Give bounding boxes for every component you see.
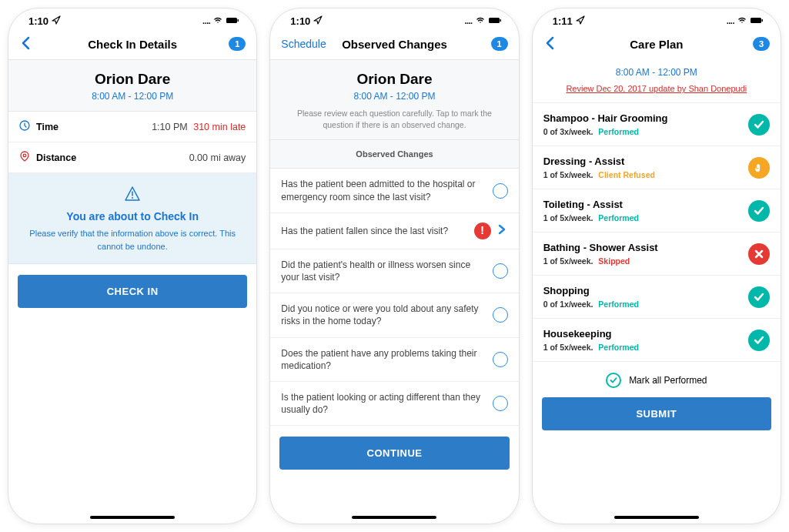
back-button[interactable] — [19, 33, 65, 55]
time-row: Time 1:10 PM 310 min late — [8, 112, 256, 142]
check-in-button[interactable]: CHECK IN — [18, 275, 247, 308]
status-bar: 1:10 .... — [8, 8, 256, 28]
question-row[interactable]: Has the patient fallen since the last vi… — [270, 213, 518, 249]
client-name: Orion Dare — [16, 71, 249, 88]
question-text: Did you notice or were you told about an… — [281, 303, 492, 327]
status-indicators: .... — [727, 16, 764, 26]
status-indicators: .... — [464, 16, 501, 26]
chevron-right-icon — [496, 223, 508, 239]
section-header: Observed Changes — [270, 140, 518, 169]
care-subtitle: 1 of 5x/week. Performed — [543, 343, 748, 352]
distance-label: Distance — [36, 152, 76, 163]
check-icon[interactable] — [748, 286, 770, 308]
care-item[interactable]: Dressing - Assist1 of 5x/week. Client Re… — [533, 146, 781, 189]
check-icon[interactable] — [748, 114, 770, 136]
signal-dots: .... — [464, 16, 472, 25]
time-label: Time — [36, 122, 59, 132]
location-arrow-icon — [313, 15, 323, 27]
care-title: Bathing - Shower Assist — [543, 242, 748, 253]
notification-badge[interactable]: 1 — [229, 37, 246, 51]
pin-icon — [19, 151, 30, 164]
x-icon[interactable] — [748, 243, 770, 265]
care-title: Toileting - Assist — [543, 199, 748, 210]
care-subtitle: 1 of 5x/week. Skipped — [543, 256, 748, 266]
empty-circle-icon[interactable] — [493, 352, 508, 367]
wifi-icon — [213, 16, 222, 25]
question-row[interactable]: Does the patient have any problems takin… — [270, 338, 518, 382]
care-subtitle: 0 of 1x/week. Performed — [543, 299, 748, 309]
wifi-icon — [476, 16, 485, 25]
home-indicator[interactable] — [614, 516, 699, 519]
time-late: 310 min late — [193, 122, 246, 132]
empty-circle-icon[interactable] — [493, 183, 508, 199]
status-indicators: .... — [202, 16, 239, 26]
page-title: Observed Changes — [342, 38, 447, 51]
care-subtitle: 1 of 5x/week. Performed — [543, 213, 748, 223]
empty-circle-icon[interactable] — [493, 307, 508, 323]
care-items-list: Shampoo - Hair Grooming0 of 3x/week. Per… — [533, 103, 781, 362]
nav-bar: Schedule Observed Changes 1 — [270, 28, 518, 59]
mark-all-label: Mark all Performed — [629, 375, 707, 386]
question-row[interactable]: Has the patient been admitted to the hos… — [270, 169, 518, 212]
check-icon[interactable] — [748, 200, 770, 222]
location-arrow-icon — [576, 15, 585, 27]
visit-time: 8:00 AM - 12:00 PM — [278, 91, 510, 102]
visit-time: 8:00 AM - 12:00 PM — [16, 91, 249, 102]
care-title: Dressing - Assist — [543, 156, 748, 167]
question-row[interactable]: Did you notice or were you told about an… — [270, 293, 518, 337]
battery-icon — [750, 16, 764, 26]
page-title: Check In Details — [88, 38, 177, 51]
care-title: Shampoo - Hair Grooming — [543, 112, 748, 124]
continue-button[interactable]: CONTINUE — [279, 437, 509, 470]
care-title: Housekeeping — [543, 328, 748, 340]
status-time: 1:10 — [28, 15, 48, 27]
care-item[interactable]: Toileting - Assist1 of 5x/week. Performe… — [533, 189, 781, 233]
question-text: Has the patient fallen since the last vi… — [281, 225, 473, 237]
warning-sub: Please verify that the information above… — [24, 227, 241, 253]
mark-all-performed[interactable]: Mark all Performed — [533, 362, 781, 393]
battery-icon — [488, 16, 502, 26]
distance-row: Distance 0.00 mi away — [8, 142, 256, 173]
question-text: Does the patient have any problems takin… — [281, 347, 492, 372]
client-header: Orion Dare 8:00 AM - 12:00 PM Please rev… — [270, 59, 518, 140]
review-update-link[interactable]: Review Dec 20, 2017 update by Shan Donep… — [540, 84, 773, 93]
check-icon[interactable] — [748, 330, 770, 351]
notification-badge[interactable]: 1 — [491, 37, 508, 51]
home-indicator[interactable] — [90, 516, 175, 519]
empty-circle-icon[interactable] — [493, 396, 508, 411]
submit-button[interactable]: SUBMIT — [542, 397, 771, 430]
question-text: Has the patient been admitted to the hos… — [281, 178, 492, 202]
notification-badge[interactable]: 3 — [753, 37, 770, 51]
checkin-warning-panel: You are about to Check In Please verify … — [8, 173, 256, 264]
status-time: 1:10 — [290, 15, 310, 27]
header-instructions: Please review each question carefully. T… — [278, 108, 510, 130]
empty-circle-icon[interactable] — [493, 263, 508, 279]
question-row[interactable]: Did the patient's health or illness wors… — [270, 249, 518, 293]
care-item[interactable]: Bathing - Shower Assist1 of 5x/week. Ski… — [533, 233, 781, 276]
back-button[interactable]: Schedule — [281, 38, 327, 50]
status-bar: 1:10 .... — [270, 8, 518, 28]
alert-icon: ! — [474, 223, 491, 239]
home-indicator[interactable] — [352, 516, 436, 519]
question-text: Is the patient looking or acting differe… — [281, 391, 492, 416]
phone-care-plan: 1:11 .... Care Plan 3 8:00 AM - 12:00 PM… — [532, 8, 781, 524]
client-header: 8:00 AM - 12:00 PM Review Dec 20, 2017 u… — [533, 59, 781, 103]
care-title: Shopping — [543, 285, 748, 296]
distance-value: 0.00 mi away — [189, 152, 246, 163]
phone-checkin-details: 1:10 .... Check In Details 1 Orion Dare … — [8, 8, 257, 524]
care-item[interactable]: Shampoo - Hair Grooming0 of 3x/week. Per… — [533, 103, 781, 146]
location-arrow-icon — [52, 15, 61, 27]
nav-bar: Care Plan 3 — [533, 28, 781, 59]
hand-icon[interactable] — [748, 157, 770, 179]
clock-icon — [19, 120, 30, 133]
battery-icon — [226, 16, 239, 26]
question-row[interactable]: Is the patient looking or acting differe… — [270, 382, 518, 426]
warning-icon — [124, 192, 141, 205]
client-name: Orion Dare — [278, 71, 510, 88]
back-button[interactable] — [543, 33, 590, 55]
care-subtitle: 1 of 5x/week. Client Refused — [543, 170, 748, 179]
nav-bar: Check In Details 1 — [8, 28, 256, 59]
care-item[interactable]: Housekeeping1 of 5x/week. Performed — [533, 319, 781, 362]
care-item[interactable]: Shopping0 of 1x/week. Performed — [533, 276, 781, 319]
wifi-icon — [737, 16, 747, 25]
